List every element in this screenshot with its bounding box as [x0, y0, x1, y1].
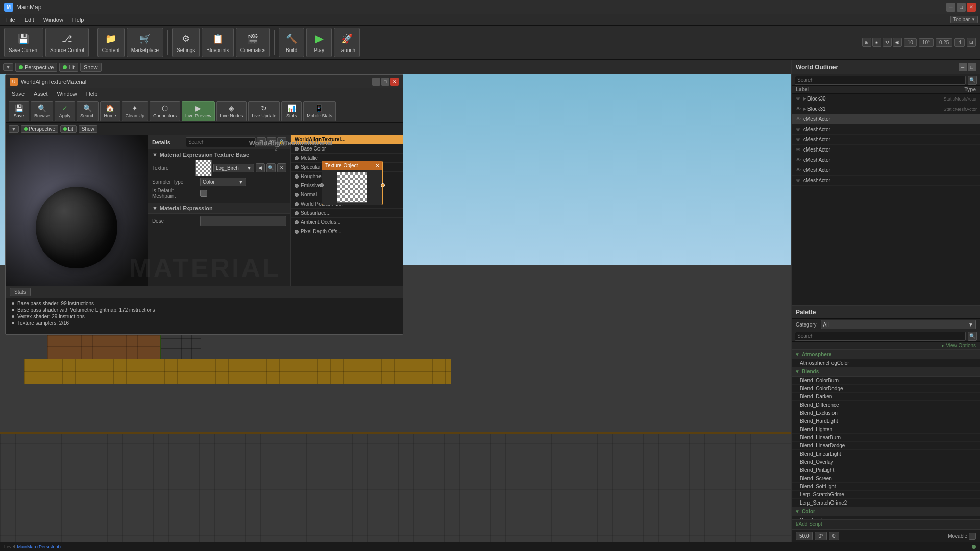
palette-item-blend-colordodge[interactable]: Blend_ColorDodge — [792, 385, 980, 393]
outliner-minimize[interactable]: ─ — [959, 63, 967, 71]
palette-item-atm-fog[interactable]: AtmosphericFogColor — [792, 359, 980, 367]
palette-item-blend-lineardodge[interactable]: Blend_LinearDodge — [792, 442, 980, 450]
mat-save-btn[interactable]: 💾 Save — [9, 101, 29, 121]
blueprints-button[interactable]: 📋 Blueprints — [202, 28, 233, 57]
mat-browse-btn[interactable]: 🔍 Browse — [31, 101, 53, 121]
palette-item-blend-linearlight[interactable]: Blend_LinearLight — [792, 450, 980, 458]
movable-checkbox[interactable] — [969, 533, 976, 540]
mat-home-btn[interactable]: 🏠 Home — [100, 101, 120, 121]
palette-item-blend-darken[interactable]: Blend_Darken — [792, 393, 980, 401]
mat-menu-window[interactable]: Window — [53, 90, 81, 98]
play-button[interactable]: ▶ Play — [306, 28, 332, 57]
palette-section-atmosphere[interactable]: ▼ Atmosphere — [792, 350, 980, 359]
palette-item-blend-screen[interactable]: Blend_Screen — [792, 474, 980, 483]
palette-cat-select[interactable]: All ▼ — [821, 320, 976, 329]
build-button[interactable]: 🔨 Build — [279, 28, 304, 57]
vp-perspective-btn[interactable]: Perspective — [15, 63, 57, 72]
palette-item-blend-colorburn[interactable]: Blend_ColorBurn — [792, 377, 980, 385]
cinematics-button[interactable]: 🎬 Cinematics — [236, 28, 270, 57]
outliner-row-7[interactable]: 👁 cMeshActor — [792, 165, 980, 176]
minimize-button[interactable]: ─ — [946, 3, 955, 12]
mat-liveupdate-btn[interactable]: ↻ Live Update — [248, 101, 280, 121]
palette-item-blend-linearburn[interactable]: Blend_LinearBurn — [792, 434, 980, 442]
palette-item-blend-overlay[interactable]: Blend_Overlay — [792, 458, 980, 466]
mat-vp-lit[interactable]: Lit — [60, 125, 77, 133]
menu-window[interactable]: Window — [39, 16, 67, 24]
palette-item-blend-lighten[interactable]: Blend_Lighten — [792, 425, 980, 434]
palette-section-blends[interactable]: ▼ Blends — [792, 367, 980, 377]
mat-maximize[interactable]: □ — [381, 78, 389, 86]
mat-menu-save[interactable]: Save — [8, 90, 29, 98]
outliner-row-1[interactable]: 👁 ▶ Block31 StaticMeshActor — [792, 104, 980, 114]
tex-node-close[interactable]: ✕ — [375, 163, 379, 168]
source-control-button[interactable]: ⎇ Source Control — [45, 28, 89, 57]
mat-stats-btn[interactable]: 📊 Stats — [281, 101, 302, 121]
palette-item-blend-hardlight[interactable]: Blend_HardLight — [792, 417, 980, 425]
mat-desc-input[interactable] — [200, 216, 286, 226]
marketplace-button[interactable]: 🛒 Marketplace — [127, 28, 163, 57]
vp-lit-btn[interactable]: Lit — [59, 63, 78, 72]
content-button[interactable]: 📁 Content — [97, 28, 125, 57]
launch-button[interactable]: 🚀 Launch — [334, 28, 360, 57]
level-value[interactable]: MainMap (Persistent) — [17, 544, 61, 549]
menu-edit[interactable]: Edit — [20, 16, 38, 24]
mat-search-btn[interactable]: 🔍 Search — [77, 101, 99, 121]
val-field-2[interactable]: 0° — [815, 532, 827, 540]
palette-item-blend-pinlight[interactable]: Blend_PinLight — [792, 466, 980, 474]
mat-texture-select[interactable]: Log_Birch ▼ — [213, 164, 254, 172]
val-field-1[interactable]: 50.0 — [796, 532, 813, 540]
menu-file[interactable]: File — [2, 16, 19, 24]
details-search[interactable] — [186, 137, 256, 147]
maximize-button[interactable]: □ — [957, 3, 966, 12]
mat-mobilestats-btn[interactable]: 📱 Mobile Stats — [303, 101, 336, 121]
mat-vp-show[interactable]: Show — [79, 125, 97, 133]
viewport-icon-4[interactable]: ◉ — [893, 38, 902, 47]
palette-item-lerp-scratch[interactable]: Lerp_ScratchGrime — [792, 491, 980, 499]
maximize-icon[interactable]: ⊡ — [967, 38, 976, 47]
mat-tex-browse[interactable]: 🔍 — [266, 163, 276, 172]
add-script-btn[interactable]: t/Add Script — [796, 521, 822, 527]
vp-perspective-dropdown[interactable]: ▼ — [3, 63, 13, 71]
settings-button[interactable]: ⚙ Settings — [172, 28, 200, 57]
mat-livenodes-btn[interactable]: ◈ Live Nodes — [216, 101, 247, 121]
mat-apply-btn[interactable]: ✓ Apply — [55, 101, 75, 121]
mat-vp-dropdown[interactable]: ▼ — [9, 125, 19, 133]
palette-view-options[interactable]: ▸ View Options — [942, 343, 976, 348]
palette-search-icon[interactable]: 🔍 — [968, 332, 977, 341]
viewport-icon-3[interactable]: ⟲ — [883, 38, 892, 47]
vp-show-btn[interactable]: Show — [80, 63, 102, 72]
mat-minimize[interactable]: ─ — [372, 78, 380, 86]
mat-menu-asset[interactable]: Asset — [30, 90, 52, 98]
mat-connectors-btn[interactable]: ⬡ Connectors — [150, 101, 180, 121]
outliner-row-3[interactable]: 👁 cMeshActor — [792, 124, 980, 135]
mat-menu-help[interactable]: Help — [82, 90, 102, 98]
mat-vp-perspective[interactable]: Perspective — [21, 125, 58, 133]
outliner-row-0[interactable]: 👁 ▶ Block30 StaticMeshActor — [792, 94, 980, 104]
menu-help[interactable]: Help — [68, 16, 88, 24]
palette-search-input[interactable] — [795, 332, 966, 341]
palette-section-color[interactable]: ▼ Color — [792, 507, 980, 516]
palette-item-blend-difference[interactable]: Blend_Difference — [792, 401, 980, 409]
mat-tex-nav-prev[interactable]: ◀ — [256, 163, 265, 172]
texture-node[interactable]: Texture Object ✕ — [322, 161, 383, 205]
outliner-row-8[interactable]: 👁 cMeshActor — [792, 176, 980, 186]
outliner-row-4[interactable]: 👁 cMeshActor — [792, 135, 980, 145]
outliner-maximize[interactable]: □ — [968, 63, 976, 71]
outliner-row-2[interactable]: 👁 cMeshActor — [792, 114, 980, 124]
outliner-search-input[interactable] — [795, 76, 966, 85]
save-current-button[interactable]: 💾 Save Current — [4, 28, 43, 57]
outliner-row-5[interactable]: 👁 cMeshActor — [792, 145, 980, 155]
close-button[interactable]: ✕ — [967, 3, 976, 12]
palette-item-blend-exclusion[interactable]: Blend_Exclusion — [792, 409, 980, 417]
mat-sampler-select[interactable]: Color ▼ — [200, 178, 246, 186]
mat-defaultmesh-checkbox[interactable] — [200, 190, 207, 197]
mat-livepreview-btn[interactable]: ▶ Live Preview — [182, 101, 215, 121]
mat-tex-clear[interactable]: ✕ — [277, 163, 286, 172]
outliner-search-icon[interactable]: 🔍 — [968, 76, 977, 85]
outliner-row-6[interactable]: 👁 cMeshActor — [792, 155, 980, 165]
mat-cleanup-btn[interactable]: ✦ Clean Up — [122, 101, 149, 121]
stats-tab[interactable]: Stats — [10, 288, 31, 296]
viewport-icon-1[interactable]: ⊞ — [862, 38, 871, 47]
mat-close[interactable]: ✕ — [390, 78, 399, 86]
viewport-icon-2[interactable]: ◈ — [872, 38, 881, 47]
